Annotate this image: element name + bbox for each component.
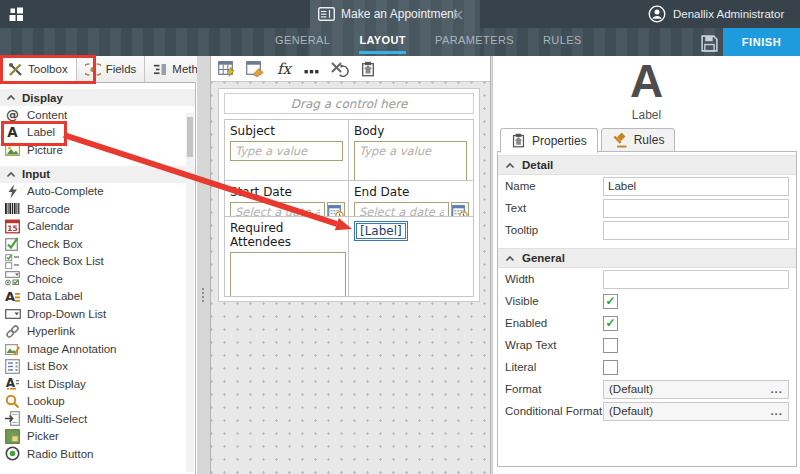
scrollbar-thumb[interactable] [187, 117, 193, 157]
conditional-format-dropdown[interactable]: (Default)... [603, 402, 789, 421]
toolbox-item-drop-down-list[interactable]: Drop-Down List [0, 305, 195, 323]
width-field[interactable] [603, 270, 789, 289]
chevron-up-icon [505, 255, 515, 262]
property-row-tooltip: Tooltip [498, 219, 796, 241]
tab-layout[interactable]: LAYOUT [359, 29, 406, 54]
content-icon: @ [4, 107, 21, 122]
property-row-visible: Visible✓ [498, 290, 796, 312]
required-attendees-input[interactable] [230, 252, 346, 296]
end-date-input[interactable] [354, 202, 449, 217]
calendar-icon: 15 [4, 219, 21, 234]
end-date-picker-button[interactable] [451, 202, 469, 217]
toolbox-panel-tabs: ToolboxFieldsMethods [0, 56, 196, 83]
literal-checkbox[interactable] [603, 360, 618, 375]
panel-tab-fields[interactable]: Fields [77, 56, 146, 82]
panel-tab-toolbox[interactable]: Toolbox [0, 56, 77, 82]
subject-label: Subject [230, 124, 343, 138]
start-date-input[interactable] [230, 202, 325, 217]
toolbox-item-calendar[interactable]: 15Calendar [0, 218, 195, 236]
visible-checkbox[interactable]: ✓ [603, 294, 618, 309]
end-date-cell[interactable]: End Date [349, 181, 473, 217]
property-label-width: Width [505, 273, 603, 285]
toolbox-item-image-annotation[interactable]: Image Annotation [0, 340, 195, 358]
image-annotation-icon [4, 342, 21, 356]
toolbox-item-auto-complete[interactable]: Auto-Complete [0, 183, 195, 201]
start-date-cell[interactable]: Start Date [225, 181, 349, 217]
drop-target[interactable]: Drag a control here [224, 93, 474, 114]
section-header-input[interactable]: Input [0, 166, 195, 183]
property-label-literal: Literal [505, 361, 603, 373]
list-display-icon: A [4, 376, 21, 391]
toolbox-item-hyperlink[interactable]: Hyperlink [0, 323, 195, 341]
svg-text:@: @ [6, 107, 19, 122]
toolbox-item-choice[interactable]: Choice [0, 270, 195, 288]
label-control-selected[interactable]: [Label] [356, 223, 406, 239]
close-icon[interactable] [451, 8, 465, 22]
toolbox-item-list-box[interactable]: List Box [0, 358, 195, 376]
toolbox-item-radio-button[interactable]: Radio Button [0, 445, 195, 463]
toolbox-item-lookup[interactable]: Lookup [0, 393, 195, 411]
layout-table: Subject Body Start Date End Date Require… [224, 119, 474, 297]
methods-icon [153, 63, 167, 76]
name-field[interactable] [603, 177, 789, 196]
toolbox-item-content[interactable]: @Content [0, 106, 195, 124]
tab-rules[interactable]: RULES [543, 29, 582, 54]
property-row-format: Format(Default)... [498, 378, 796, 400]
toolbox-item-barcode[interactable]: Barcode [0, 200, 195, 218]
form-icon [318, 7, 335, 25]
paste-button[interactable] [356, 58, 379, 80]
tab-rules[interactable]: Rules [601, 128, 676, 152]
subject-cell[interactable]: Subject [225, 120, 349, 181]
ellipsis-button[interactable] [300, 58, 323, 80]
user-menu[interactable]: Denallix Administrator [648, 5, 784, 23]
section-header-display[interactable]: Display [0, 89, 195, 106]
tab-general[interactable]: GENERAL [275, 29, 330, 54]
barcode-icon [4, 202, 21, 215]
ellipsis-button[interactable]: ... [770, 383, 783, 395]
finish-button[interactable]: FINISH [723, 28, 800, 56]
toolbox-item-label[interactable]: ALabel [0, 124, 195, 142]
enabled-checkbox[interactable]: ✓ [603, 316, 618, 331]
toolbox-item-list-display[interactable]: AList Display [0, 375, 195, 393]
save-icon [700, 34, 719, 53]
nav-tab-bar: GENERALLAYOUTPARAMETERSRULES [275, 28, 582, 56]
toolbox-item-picker[interactable]: Picker [0, 428, 195, 446]
subject-input[interactable] [230, 141, 343, 161]
app-grid-logo-icon[interactable] [8, 6, 25, 27]
save-button[interactable] [697, 32, 721, 54]
tools-button[interactable] [328, 58, 351, 80]
table-expression-button[interactable] [216, 58, 239, 80]
radio-button-icon [4, 446, 21, 461]
toolbox-item-multi-select[interactable]: Multi-Select [0, 410, 195, 428]
function-button[interactable]: fx [272, 58, 295, 80]
table-style-button[interactable] [244, 58, 267, 80]
toolbox-item-picture[interactable]: Picture [0, 141, 195, 159]
tab-properties[interactable]: Properties [500, 128, 598, 153]
ellipsis-button[interactable]: ... [770, 405, 783, 417]
toolbox-item-check-box-list[interactable]: Check Box List [0, 253, 195, 271]
splitter-grip[interactable] [201, 288, 205, 302]
toolbox-item-check-box[interactable]: Check Box [0, 235, 195, 253]
auto-complete-icon [4, 184, 21, 199]
property-section-general[interactable]: General [498, 248, 796, 268]
toolbox-scrollbar[interactable] [186, 113, 194, 472]
picture-icon [4, 143, 21, 157]
property-label-name: Name [505, 180, 603, 192]
property-section-detail[interactable]: Detail [498, 155, 796, 175]
tab-parameters[interactable]: PARAMETERS [435, 29, 514, 54]
check-box-icon [4, 236, 21, 251]
body-input[interactable] [354, 141, 467, 181]
body-cell[interactable]: Body [349, 120, 473, 181]
list-box-icon [4, 359, 21, 374]
toolbox-item-data-label[interactable]: AData Label [0, 288, 195, 306]
tooltip-field[interactable] [603, 221, 789, 240]
panel-splitter-left[interactable] [197, 56, 210, 474]
format-dropdown[interactable]: (Default)... [603, 380, 789, 399]
label-control-cell[interactable]: [Label] [349, 217, 473, 296]
required-attendees-cell[interactable]: Required Attendees [225, 217, 349, 296]
properties-icon [511, 133, 526, 148]
wrap-text-checkbox[interactable] [603, 338, 618, 353]
start-date-picker-button[interactable] [327, 202, 345, 217]
rules-icon [612, 133, 628, 148]
text-field[interactable] [603, 199, 789, 218]
